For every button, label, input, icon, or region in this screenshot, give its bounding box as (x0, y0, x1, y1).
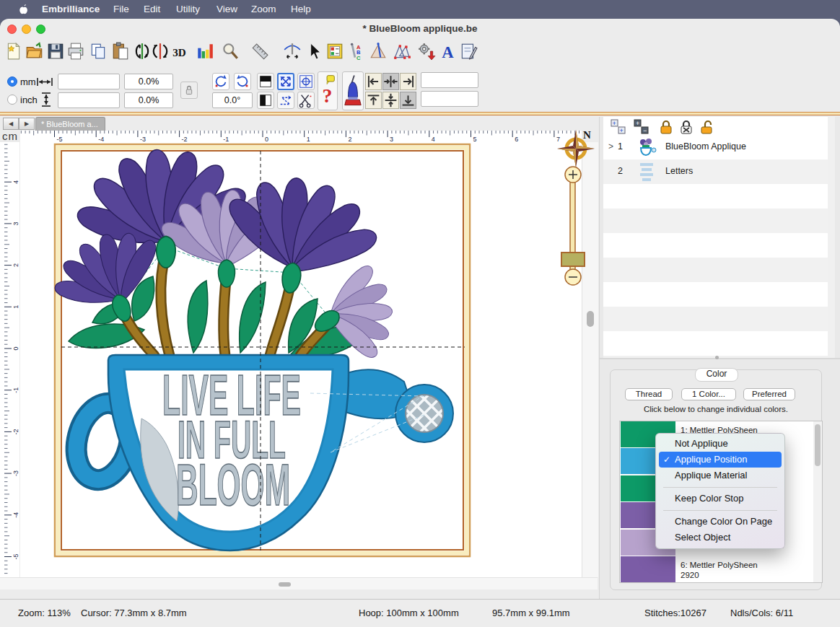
color-swatch-row[interactable]: 6: Mettler PolySheen2920 (620, 556, 822, 583)
canvas-area[interactable]: .pp1{fill:#4c3a8c;stroke:#2b1f5e;stroke-… (20, 142, 582, 577)
3d-view-icon[interactable]: 3D (171, 43, 190, 62)
panel-splitter[interactable] (600, 358, 840, 359)
document-tab[interactable]: * BlueBloom a... (35, 117, 105, 131)
flip-horizontal-icon[interactable] (133, 42, 152, 61)
height-input[interactable] (58, 92, 120, 108)
context-menu-item-keep-color-stop[interactable]: Keep Color Stop (659, 491, 782, 507)
compass-rose-icon[interactable]: N (556, 128, 596, 167)
unlock-icon[interactable] (699, 119, 714, 135)
svg-text:6: 6 (515, 136, 518, 142)
thread-button[interactable]: Thread (625, 388, 673, 400)
menu-app-name[interactable]: Embrilliance (42, 4, 100, 14)
svg-text:4: 4 (432, 136, 435, 142)
width-percent-input[interactable] (124, 74, 173, 89)
menu-utility[interactable]: Utility (176, 4, 200, 14)
save-icon[interactable] (46, 42, 65, 61)
flip-vertical-icon[interactable] (151, 42, 170, 61)
lock-icon[interactable] (658, 119, 674, 135)
ungroup-objects-icon[interactable]: +− (634, 119, 649, 135)
context-menu-item-applique-material[interactable]: Applique Material (659, 468, 782, 483)
rotate-ccw-button[interactable] (212, 73, 229, 90)
design-canvas[interactable]: .pp1{fill:#4c3a8c;stroke:#2b1f5e;stroke-… (20, 142, 582, 577)
zoom-slider[interactable] (556, 163, 589, 289)
vertical-scroll-thumb[interactable] (587, 311, 594, 327)
paste-icon[interactable] (111, 42, 130, 61)
object-row-bluebloom[interactable]: > 1 BlueBloom Applique (603, 135, 828, 159)
print-icon[interactable] (66, 42, 85, 61)
center-design-button[interactable] (277, 73, 294, 90)
group-objects-icon[interactable]: ++ (611, 119, 626, 135)
select-cursor-icon[interactable] (305, 42, 323, 61)
origin-target-button[interactable] (297, 73, 315, 90)
align-left-button[interactable] (365, 73, 382, 90)
one-color-button[interactable]: 1 Color... (681, 388, 736, 400)
design-notes-button[interactable]: ? (318, 71, 338, 110)
align-right-button[interactable] (400, 73, 416, 90)
copy-icon[interactable] (89, 42, 108, 61)
aspect-lock-button[interactable] (180, 82, 198, 99)
align-center-horizontal-button[interactable] (382, 73, 399, 90)
preferred-button[interactable]: Preferred (743, 388, 795, 400)
svg-text:0: 0 (12, 346, 19, 350)
color-tab[interactable]: Color (695, 368, 738, 382)
swatch-scrollbar[interactable] (813, 421, 822, 582)
position-y-input[interactable] (421, 91, 478, 107)
context-menu: Not Applique✓Applique PositionApplique M… (655, 433, 785, 549)
density-mesh-icon[interactable] (393, 42, 411, 61)
measure-icon[interactable] (251, 42, 270, 61)
angle-input[interactable] (212, 92, 253, 108)
context-menu-item-applique-position[interactable]: ✓Applique Position (659, 452, 782, 468)
expander-chevron-icon[interactable]: > (608, 141, 613, 152)
color-swatch[interactable] (621, 556, 675, 583)
zoom-slider-handle[interactable] (561, 253, 585, 266)
menu-view[interactable]: View (216, 4, 237, 14)
height-percent-input[interactable] (124, 92, 173, 108)
stitch-bw-view-button[interactable] (257, 73, 274, 90)
align-bottom-button[interactable] (400, 92, 416, 109)
units-inch-radio[interactable] (7, 95, 17, 105)
object-thumbnail-letters (638, 161, 655, 183)
menu-zoom[interactable]: Zoom (251, 4, 276, 14)
object-row-letters[interactable]: 2 Letters (603, 159, 828, 184)
notes-icon[interactable] (459, 42, 478, 61)
rotate-cw-button[interactable] (234, 73, 251, 90)
tab-next-button[interactable]: ▶ (19, 118, 35, 130)
lock-exclude-icon[interactable] (678, 119, 694, 135)
stitch-sequence-button[interactable] (277, 92, 294, 109)
align-center-vertical-button[interactable] (382, 92, 399, 109)
monogram-icon[interactable] (369, 42, 388, 61)
position-x-input[interactable] (421, 72, 478, 88)
menu-edit[interactable]: Edit (144, 4, 160, 14)
menu-help[interactable]: Help (291, 4, 311, 14)
horizontal-scroll-thumb[interactable] (279, 582, 291, 587)
stitch-points-icon[interactable] (283, 42, 302, 61)
color-caption: Click below to change individual colors. (610, 405, 822, 413)
svg-text:-5: -5 (57, 136, 63, 142)
color-bars-icon[interactable] (196, 42, 214, 61)
units-mm-radio[interactable] (7, 76, 17, 87)
context-menu-item-select-object[interactable]: Select Object (659, 530, 782, 545)
menu-separator (663, 510, 777, 511)
svg-text:C: C (356, 55, 361, 61)
width-input[interactable] (58, 74, 120, 89)
font-a-icon[interactable]: A (439, 42, 458, 61)
object-list-scrollbar[interactable] (828, 117, 835, 359)
panel-splitter-handle[interactable] (715, 356, 719, 359)
contrast-view-button[interactable] (257, 92, 274, 109)
canvas-horizontal-scrollbar[interactable] (0, 577, 598, 589)
open-icon[interactable] (25, 42, 44, 61)
lettering-icon[interactable]: ABC (346, 42, 365, 61)
properties-icon[interactable] (325, 42, 344, 61)
swatch-scroll-thumb[interactable] (815, 424, 821, 466)
align-top-button[interactable] (365, 92, 382, 109)
menu-file[interactable]: File (113, 4, 129, 14)
stitch-eraser-button[interactable] (342, 71, 364, 110)
tab-prev-button[interactable]: ◀ (3, 118, 19, 130)
apple-icon[interactable] (17, 3, 30, 16)
context-menu-item-not-applique[interactable]: Not Applique (659, 436, 782, 452)
zoom-tool-icon[interactable] (221, 42, 240, 61)
utility-gear-icon[interactable] (417, 42, 436, 61)
context-menu-item-change-color-on-page[interactable]: Change Color On Page (659, 514, 782, 530)
new-document-icon[interactable] (4, 42, 23, 61)
trim-scissors-button[interactable] (297, 92, 315, 109)
